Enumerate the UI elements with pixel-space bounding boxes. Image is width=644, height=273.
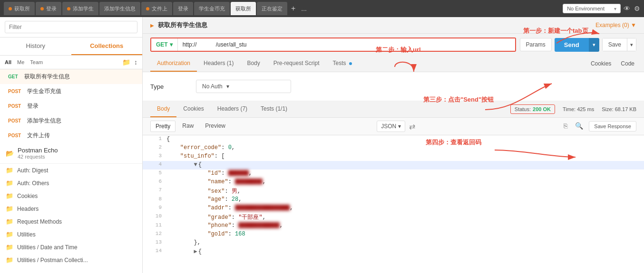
folder-auth-others-icon: 📁 (6, 179, 13, 187)
filter-actions: 📁 ↕ (122, 58, 137, 66)
auth-type-value: No Auth (202, 83, 223, 90)
method-select[interactable]: GET ▾ (151, 38, 178, 51)
list-item-0[interactable]: GET 获取所有学生信息 (0, 69, 142, 84)
tab-prerequest[interactable]: Pre-request Script (267, 56, 326, 72)
gear-icon[interactable]: ⚙ (634, 5, 640, 12)
tab-item-2[interactable]: 添加学生 (62, 2, 98, 15)
status-value: 200 OK (533, 106, 551, 112)
request-area-wrapper: 第二步：输入url 第三步：点击"Send"按钮 第四步：查看返回码 第一步：新… (143, 17, 644, 273)
new-collection-icon[interactable]: 📁 (122, 58, 130, 66)
tab-history[interactable]: History (0, 38, 71, 55)
tab-body[interactable]: Body (240, 56, 266, 72)
method-badge-get: GET (6, 73, 20, 80)
eye-icon[interactable]: 👁 (624, 5, 630, 12)
resp-tab-cookies[interactable]: Cookies (176, 101, 210, 117)
tab-item-7[interactable]: 获取所 (231, 2, 256, 15)
response-body-tabs: Pretty Raw Preview JSON ▾ ⇄ ⎘ (143, 118, 644, 135)
filter-team[interactable]: Team (30, 59, 43, 65)
list-item-3[interactable]: POST 添加学生信息 (0, 113, 142, 128)
search-icon[interactable]: 🔍 (573, 121, 585, 132)
folder-headers-label: Headers (17, 206, 39, 212)
json-line-1: 1 { (143, 135, 644, 144)
wrap-icon[interactable]: ⇄ (409, 122, 415, 131)
tab-tests[interactable]: Tests (326, 56, 358, 72)
body-tab-raw[interactable]: Raw (177, 121, 198, 132)
sidebar-search-container (0, 17, 142, 38)
tab-item-6[interactable]: 学生金币充 (194, 2, 230, 15)
sort-icon[interactable]: ↕ (134, 58, 137, 66)
folder-auth-digest[interactable]: 📁 Auth: Digest (0, 164, 142, 177)
env-dropdown[interactable]: No Environment ▾ (563, 4, 621, 13)
json-line-14: 14 ▶{ (143, 247, 644, 256)
format-select[interactable]: JSON ▾ (377, 121, 405, 132)
auth-type-select[interactable]: No Auth ▾ (196, 80, 291, 93)
folder-auth-others[interactable]: 📁 Auth: Others (0, 177, 142, 189)
resp-tab-headers[interactable]: Headers (7) (211, 101, 254, 117)
tab-authorization[interactable]: Authorization (150, 56, 197, 72)
examples-link[interactable]: Examples (0) ▼ (595, 22, 636, 28)
method-badge-post-3: POST (6, 117, 23, 124)
request-area: ▶ 获取所有学生信息 Examples (0) ▼ GET ▾ (143, 17, 644, 273)
folder-utilities-datetime[interactable]: 📁 Utilities / Date and Time (0, 241, 142, 254)
filter-me[interactable]: Me (17, 59, 24, 65)
tab-item-4[interactable]: 文件上 (141, 2, 172, 15)
tab-item-0[interactable]: 获取所 (4, 2, 35, 15)
json-viewer: 1 { 2 "error_code": 0, 3 "stu_info": [ (143, 135, 644, 273)
tab-item-3[interactable]: 添加学生信息 (99, 2, 140, 15)
folder-request-methods[interactable]: 📁 Request Methods (0, 215, 142, 228)
folder-headers[interactable]: 📁 Headers (0, 202, 142, 215)
tab-dot-0 (9, 7, 12, 10)
send-button[interactable]: Send (555, 38, 589, 52)
status-indicator: Status: 200 OK (510, 104, 555, 114)
response-time: Time: 425 ms (563, 106, 594, 112)
resp-tab-body[interactable]: Body (150, 101, 176, 117)
tab-label-0: 获取所 (14, 5, 30, 12)
response-size: Size: 68.17 KB (602, 106, 636, 112)
folder-utilities-postman[interactable]: 📁 Utilities / Postman Collecti... (0, 254, 142, 266)
env-selector: No Environment ▾ 👁 ⚙ (563, 4, 640, 13)
collection-name: Postman Echo (18, 147, 137, 154)
tab-item-5[interactable]: 登录 (173, 2, 193, 15)
tab-headers[interactable]: Headers (1) (197, 56, 240, 72)
more-tabs-button[interactable]: ... (299, 5, 309, 12)
save-button[interactable]: Save (602, 38, 627, 51)
item-label-0: 获取所有学生信息 (24, 73, 137, 81)
req-tab-list: Authorization Headers (1) Body Pre-reque… (150, 56, 359, 72)
body-tab-preview[interactable]: Preview (200, 121, 230, 132)
url-actions: Params Send ▾ Save ▾ (520, 38, 637, 52)
tab-label-7: 获取所 (235, 5, 251, 12)
json-line-6: 6 "name": ████████, (143, 178, 644, 187)
list-item-2[interactable]: POST 登录 (0, 99, 142, 113)
filter-all[interactable]: All (5, 59, 11, 65)
save-response-button[interactable]: Save Response (589, 121, 636, 132)
tab-label-2: 添加学生 (73, 5, 94, 12)
search-input[interactable] (5, 21, 137, 33)
json-line-10: 10 "grade": "干部座", (143, 213, 644, 222)
resp-tab-tests[interactable]: Tests (1/1) (254, 101, 294, 117)
save-dropdown-button[interactable]: ▾ (627, 38, 636, 51)
tab-item-1[interactable]: 登录 (36, 2, 61, 15)
list-item-1[interactable]: POST 学生金币充值 (0, 84, 142, 99)
body-tab-pretty[interactable]: Pretty (150, 121, 176, 132)
req-tab-links: Cookies Code (589, 56, 636, 71)
format-arrow-icon: ▾ (398, 123, 401, 130)
examples-arrow-icon: ▼ (631, 22, 636, 28)
collection-info: Postman Echo 42 requests (18, 147, 137, 160)
folder-utilities[interactable]: 📁 Utilities (0, 228, 142, 241)
folder-cookies[interactable]: 📁 Cookies (0, 189, 142, 202)
copy-icon[interactable]: ⎘ (562, 121, 569, 132)
tab-item-8[interactable]: 正在鉴定 (257, 2, 287, 15)
add-tab-button[interactable]: + (288, 4, 298, 13)
code-link[interactable]: Code (619, 56, 636, 71)
json-line-9: 9 "addr": ████████████████, (143, 204, 644, 213)
tab-collections[interactable]: Collections (71, 38, 143, 55)
folder-utilities-postman-label: Utilities / Postman Collecti... (17, 257, 88, 264)
send-dropdown-button[interactable]: ▾ (589, 38, 599, 52)
auth-row: Type No Auth ▾ (150, 80, 636, 93)
list-item-4[interactable]: POST 文件上传 (0, 128, 142, 143)
cookies-link[interactable]: Cookies (589, 56, 613, 71)
params-button[interactable]: Params (520, 38, 552, 51)
url-input[interactable] (178, 38, 515, 51)
response-area: Body Cookies Headers (7) Tests (1/1) Sta… (143, 101, 644, 273)
collection-postman-echo[interactable]: 📂 Postman Echo 42 requests (0, 143, 142, 164)
